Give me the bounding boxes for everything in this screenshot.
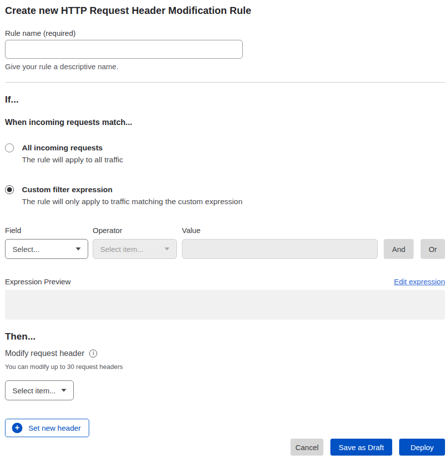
radio-desc-all-requests: The rule will apply to all traffic xyxy=(22,155,123,165)
header-item-select-value: Select item... xyxy=(12,386,56,395)
edit-expression-link[interactable]: Edit expression xyxy=(394,277,445,286)
save-as-draft-button[interactable]: Save as Draft xyxy=(330,439,392,456)
field-label: Field xyxy=(5,226,93,235)
rule-name-input[interactable] xyxy=(5,40,243,59)
info-icon[interactable]: i xyxy=(89,350,97,357)
radio-selected-icon[interactable] xyxy=(5,185,14,194)
page-title: Create new HTTP Request Header Modificat… xyxy=(5,4,445,17)
radio-label-all-requests: All incoming requests xyxy=(22,143,123,153)
expression-preview-label: Expression Preview xyxy=(5,277,71,286)
field-select-value: Select... xyxy=(12,245,39,253)
modify-header-help: You can modify up to 30 request headers xyxy=(5,362,445,371)
expression-builder-row: Select... Select item... And Or xyxy=(5,239,445,259)
field-select[interactable]: Select... xyxy=(5,239,88,259)
or-button[interactable]: Or xyxy=(421,239,445,259)
value-input-disabled[interactable] xyxy=(182,239,378,259)
modify-header-row: Modify request header i xyxy=(5,348,445,358)
rule-name-label: Rule name (required) xyxy=(5,28,445,38)
operator-label: Operator xyxy=(93,226,182,235)
expression-builder-labels: Field Operator Value xyxy=(5,226,445,235)
radio-desc-custom-expression: The rule will only apply to traffic matc… xyxy=(22,197,243,207)
expression-preview-box xyxy=(5,290,445,320)
radio-label-custom-expression: Custom filter expression xyxy=(22,185,243,195)
if-heading: If... xyxy=(5,94,445,106)
radio-option-texts: Custom filter expression The rule will o… xyxy=(22,185,243,207)
modify-header-label: Modify request header xyxy=(5,348,84,358)
set-new-header-label: Set new header xyxy=(28,424,81,432)
deploy-button[interactable]: Deploy xyxy=(399,439,445,456)
plus-icon: + xyxy=(12,423,22,433)
header-item-select[interactable]: Select item... xyxy=(5,380,74,400)
expression-preview-header: Expression Preview Edit expression xyxy=(5,277,445,286)
operator-select-value: Select item... xyxy=(100,245,144,253)
and-button[interactable]: And xyxy=(384,239,414,259)
chevron-down-icon xyxy=(76,247,81,250)
match-subheading: When incoming requests match... xyxy=(5,117,445,127)
value-label: Value xyxy=(182,226,200,235)
radio-option-all-requests[interactable]: All incoming requests The rule will appl… xyxy=(5,143,445,165)
rule-name-help: Give your rule a descriptive name. xyxy=(5,62,445,71)
radio-option-custom-expression[interactable]: Custom filter expression The rule will o… xyxy=(5,185,445,207)
radio-unselected-icon[interactable] xyxy=(5,143,14,152)
operator-select-disabled[interactable]: Select item... xyxy=(93,239,177,259)
form-footer: Cancel Save as Draft Deploy xyxy=(5,439,445,456)
then-heading: Then... xyxy=(5,331,445,343)
set-new-header-button[interactable]: + Set new header xyxy=(5,419,89,437)
chevron-down-icon xyxy=(61,389,66,392)
chevron-down-icon xyxy=(164,247,169,250)
cancel-button[interactable]: Cancel xyxy=(291,439,323,456)
create-rule-form: Create new HTTP Request Header Modificat… xyxy=(0,0,448,456)
radio-option-texts: All incoming requests The rule will appl… xyxy=(22,143,123,165)
section-divider xyxy=(5,82,445,83)
